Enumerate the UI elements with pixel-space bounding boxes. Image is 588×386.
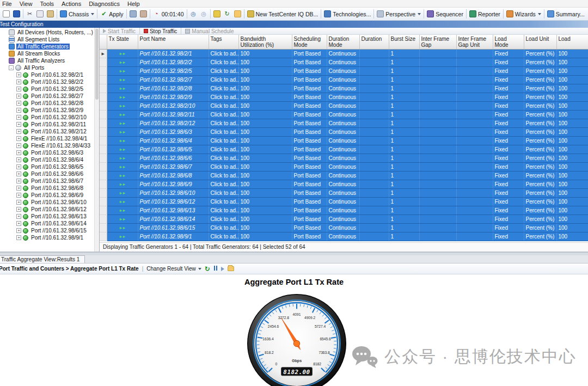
row-marker[interactable]	[100, 67, 107, 76]
duration-cell[interactable]	[359, 93, 389, 102]
tree-item-flexe-10-61-32-98-4-1[interactable]: +FlexE //10.61.32.98/4/1	[0, 135, 99, 142]
duration-mode-cell[interactable]: Continuous	[327, 84, 359, 93]
scheduling-mode-cell[interactable]: Port Based	[292, 154, 327, 163]
bandwidth-cell[interactable]: 100	[238, 119, 292, 128]
row-marker[interactable]	[100, 189, 107, 198]
load-unit-cell[interactable]: Percent (%)	[524, 102, 556, 111]
toolbar-cut-icon-button[interactable]: ✂	[24, 9, 35, 19]
tags-cell[interactable]: Click to ad...	[209, 119, 238, 128]
tags-cell[interactable]: Click to ad...	[209, 215, 238, 224]
toolbar-copy-icon-button[interactable]	[35, 9, 45, 19]
expand-icon[interactable]: +	[16, 171, 21, 176]
duration-cell[interactable]	[359, 102, 389, 111]
burst-size-cell[interactable]: 1	[389, 189, 419, 198]
expand-icon[interactable]: +	[16, 157, 21, 162]
tx-state-cell[interactable]: ►►	[107, 215, 138, 224]
load-cell[interactable]: 100	[556, 206, 588, 215]
port-name-cell[interactable]: Port //10.61.32.98/9/1	[138, 232, 209, 241]
tree-item-port-10-61-32-98-6-15[interactable]: +Port //10.61.32.98/6/15	[0, 227, 99, 234]
burst-size-cell[interactable]: 1	[389, 163, 419, 171]
load-unit-cell[interactable]: Percent (%)	[524, 145, 556, 154]
bandwidth-cell[interactable]: 100	[238, 128, 292, 137]
bandwidth-cell[interactable]: 100	[238, 102, 292, 111]
load-mode-cell[interactable]: Fixed	[493, 102, 524, 111]
expand-icon[interactable]: +	[16, 94, 21, 99]
inter-frame-gap-cell[interactable]	[419, 119, 456, 128]
column-header-inter-frame-gap-unit[interactable]: Inter Frame Gap Unit	[456, 35, 493, 50]
duration-cell[interactable]	[359, 224, 389, 232]
load-unit-cell[interactable]: Percent (%)	[524, 93, 556, 102]
duration-cell[interactable]	[359, 180, 389, 189]
bandwidth-cell[interactable]: 100	[238, 171, 292, 180]
load-mode-cell[interactable]: Fixed	[493, 58, 524, 67]
table-row[interactable]: ►►Port //10.61.32.98/9/1Click to ad...10…	[100, 232, 588, 241]
tx-state-cell[interactable]: ►►	[107, 93, 138, 102]
tx-state-cell[interactable]: ►►	[107, 189, 138, 198]
stop-traffic-button[interactable]: Stop Traffic	[144, 28, 177, 34]
menu-help[interactable]: Help	[124, 0, 144, 8]
column-header-bandwidth-utilization[interactable]: Bandwidth Utilization (%)	[238, 35, 292, 50]
load-cell[interactable]: 100	[556, 171, 588, 180]
tree-item-all-ports[interactable]: -All Ports	[0, 64, 99, 71]
inter-frame-gap-unit-cell[interactable]	[456, 111, 493, 119]
tx-state-cell[interactable]: ►►	[107, 67, 138, 76]
bandwidth-cell[interactable]: 100	[238, 198, 292, 206]
table-row[interactable]: ►►Port //10.61.32.98/6/5Click to ad...10…	[100, 145, 588, 154]
duration-cell[interactable]	[359, 111, 389, 119]
scheduling-mode-cell[interactable]: Port Based	[292, 119, 327, 128]
tree-scrollbar[interactable]	[94, 28, 99, 252]
expand-icon[interactable]: +	[16, 186, 21, 191]
play-results-icon[interactable]	[221, 267, 224, 271]
bandwidth-cell[interactable]: 100	[238, 180, 292, 189]
scheduling-mode-cell[interactable]: Port Based	[292, 171, 327, 180]
bandwidth-cell[interactable]: 100	[238, 67, 292, 76]
port-name-cell[interactable]: Port //10.61.32.98/2/7	[138, 76, 209, 84]
inter-frame-gap-unit-cell[interactable]	[456, 224, 493, 232]
duration-mode-cell[interactable]: Continuous	[327, 50, 359, 58]
column-header-load-mode[interactable]: Load Mode	[493, 35, 524, 50]
tx-state-cell[interactable]: ►►	[107, 102, 138, 111]
open-results-folder-icon[interactable]	[228, 266, 234, 271]
port-name-cell[interactable]: Port //10.61.32.98/6/4	[138, 137, 209, 145]
inter-frame-gap-cell[interactable]	[419, 206, 456, 215]
burst-size-cell[interactable]: 1	[389, 198, 419, 206]
tree-item-port-10-61-32-98-2-12[interactable]: +Port //10.61.32.98/2/12	[0, 128, 99, 135]
duration-cell[interactable]	[359, 137, 389, 145]
inter-frame-gap-cell[interactable]	[419, 67, 456, 76]
inter-frame-gap-cell[interactable]	[419, 224, 456, 232]
duration-cell[interactable]	[359, 215, 389, 224]
row-marker[interactable]	[100, 198, 107, 206]
port-name-cell[interactable]: Port //10.61.32.98/6/15	[138, 224, 209, 232]
duration-cell[interactable]	[359, 206, 389, 215]
row-marker[interactable]	[100, 171, 107, 180]
load-unit-cell[interactable]: Percent (%)	[524, 119, 556, 128]
table-row[interactable]: ►►Port //10.61.32.98/6/3Click to ad...10…	[100, 128, 588, 137]
table-row[interactable]: ►►Port //10.61.32.98/6/14Click to ad...1…	[100, 215, 588, 224]
tx-state-cell[interactable]: ►►	[107, 198, 138, 206]
toolbar-00-01-40-button[interactable]: ◔00:01:40	[151, 9, 186, 19]
tx-state-cell[interactable]: ►►	[107, 163, 138, 171]
row-marker[interactable]	[100, 163, 107, 171]
inter-frame-gap-unit-cell[interactable]	[456, 145, 493, 154]
burst-size-cell[interactable]: 1	[389, 232, 419, 241]
expand-icon[interactable]: +	[16, 214, 21, 219]
tags-cell[interactable]: Click to ad...	[209, 224, 238, 232]
load-mode-cell[interactable]: Fixed	[493, 224, 524, 232]
scheduling-mode-cell[interactable]: Port Based	[292, 50, 327, 58]
toolbar-zoom-in-icon-button[interactable]: ◎	[188, 9, 199, 19]
expand-icon[interactable]: +	[16, 150, 21, 155]
port-name-cell[interactable]: Port //10.61.32.98/6/8	[138, 171, 209, 180]
burst-size-cell[interactable]: 1	[389, 76, 419, 84]
port-name-cell[interactable]: Port //10.61.32.98/2/10	[138, 102, 209, 111]
menu-view[interactable]: View	[16, 0, 36, 8]
bandwidth-cell[interactable]: 100	[238, 215, 292, 224]
duration-mode-cell[interactable]: Continuous	[327, 215, 359, 224]
tree-item-port-10-61-32-98-6-3[interactable]: +Port //10.61.32.98/6/3	[0, 149, 99, 156]
column-header-tx-state[interactable]: Tx State	[107, 35, 138, 50]
tags-cell[interactable]: Click to ad...	[209, 198, 238, 206]
load-unit-cell[interactable]: Percent (%)	[524, 128, 556, 137]
toolbar-new-file-icon-button[interactable]	[1, 9, 11, 19]
burst-size-cell[interactable]: 1	[389, 215, 419, 224]
load-mode-cell[interactable]: Fixed	[493, 189, 524, 198]
table-row[interactable]: ►►Port //10.61.32.98/6/7Click to ad...10…	[100, 163, 588, 171]
